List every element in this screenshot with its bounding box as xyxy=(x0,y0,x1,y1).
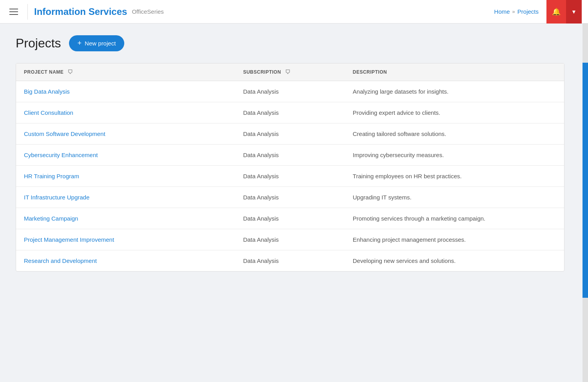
project-subscription: Data Analysis xyxy=(235,250,345,272)
project-name-link[interactable]: Client Consultation xyxy=(24,109,73,116)
project-subscription: Data Analysis xyxy=(235,166,345,187)
project-description: Upgrading IT systems. xyxy=(345,187,564,208)
table-row: Project Management ImprovementData Analy… xyxy=(16,229,564,250)
projects-table-container: PROJECT NAME ⛉ SUBSCRIPTION ⛉ DESCRIPTIO… xyxy=(16,63,564,272)
project-subscription: Data Analysis xyxy=(235,208,345,229)
main-content: Projects + New project PROJECT NAME ⛉ xyxy=(0,24,588,283)
project-name-link[interactable]: Research and Development xyxy=(24,257,97,264)
table-row: Marketing CampaignData AnalysisPromoting… xyxy=(16,208,564,229)
project-description: Creating tailored software solutions. xyxy=(345,123,564,145)
project-description: Analyzing large datasets for insights. xyxy=(345,81,564,102)
header-actions: 🔔 ▼ xyxy=(546,0,582,23)
projects-table: PROJECT NAME ⛉ SUBSCRIPTION ⛉ DESCRIPTIO… xyxy=(16,63,564,271)
breadcrumb: Home » Projects xyxy=(494,8,539,15)
user-dropdown-button[interactable]: ▼ xyxy=(566,0,582,24)
project-subscription: Data Analysis xyxy=(235,229,345,250)
table-body: Big Data AnalysisData AnalysisAnalyzing … xyxy=(16,81,564,272)
page-title: Projects xyxy=(16,36,61,51)
office-series-label: OfficeSeries xyxy=(132,8,163,15)
project-subscription: Data Analysis xyxy=(235,123,345,145)
table-row: IT Infrastructure UpgradeData AnalysisUp… xyxy=(16,187,564,208)
table-row: Research and DevelopmentData AnalysisDev… xyxy=(16,250,564,272)
project-name-link[interactable]: Marketing Campaign xyxy=(24,215,78,222)
table-header: PROJECT NAME ⛉ SUBSCRIPTION ⛉ DESCRIPTIO… xyxy=(16,63,564,81)
project-description: Improving cybersecurity measures. xyxy=(345,145,564,166)
page-header: Projects + New project xyxy=(16,35,572,51)
project-description: Enhancing project management processes. xyxy=(345,229,564,250)
project-subscription: Data Analysis xyxy=(235,81,345,102)
filter-icon-name[interactable]: ⛉ xyxy=(67,69,73,75)
breadcrumb-current: Projects xyxy=(517,8,539,15)
column-header-description: DESCRIPTION xyxy=(345,63,564,81)
project-name-link[interactable]: HR Training Program xyxy=(24,173,79,179)
project-description: Developing new services and solutions. xyxy=(345,250,564,272)
table-row: Big Data AnalysisData AnalysisAnalyzing … xyxy=(16,81,564,102)
project-subscription: Data Analysis xyxy=(235,187,345,208)
chevron-down-icon: ▼ xyxy=(571,9,577,15)
table-row: Client ConsultationData AnalysisProvidin… xyxy=(16,102,564,123)
project-subscription: Data Analysis xyxy=(235,145,345,166)
header-divider xyxy=(27,4,28,20)
breadcrumb-separator: » xyxy=(512,9,515,14)
new-project-button[interactable]: + New project xyxy=(69,35,125,51)
project-description: Promoting services through a marketing c… xyxy=(345,208,564,229)
project-name-link[interactable]: IT Infrastructure Upgrade xyxy=(24,194,89,201)
project-name-link[interactable]: Project Management Improvement xyxy=(24,236,114,243)
project-description: Providing expert advice to clients. xyxy=(345,102,564,123)
project-name-link[interactable]: Custom Software Development xyxy=(24,130,105,137)
table-row: HR Training ProgramData AnalysisTraining… xyxy=(16,166,564,187)
column-header-name: PROJECT NAME ⛉ xyxy=(16,63,235,81)
scrollbar-thumb[interactable] xyxy=(583,63,588,298)
scrollbar-track[interactable] xyxy=(583,24,588,382)
filter-icon-subscription[interactable]: ⛉ xyxy=(285,69,291,75)
project-name-link[interactable]: Cybersecurity Enhancement xyxy=(24,152,98,158)
breadcrumb-home[interactable]: Home xyxy=(494,8,510,15)
app-title: Information Services xyxy=(34,6,127,17)
plus-icon: + xyxy=(78,39,82,47)
hamburger-button[interactable] xyxy=(6,5,21,18)
project-description: Training employees on HR best practices. xyxy=(345,166,564,187)
new-project-label: New project xyxy=(85,40,116,47)
project-name-link[interactable]: Big Data Analysis xyxy=(24,88,70,95)
column-header-subscription: SUBSCRIPTION ⛉ xyxy=(235,63,345,81)
bell-icon: 🔔 xyxy=(552,7,561,16)
project-subscription: Data Analysis xyxy=(235,102,345,123)
app-header: Information Services OfficeSeries Home »… xyxy=(0,0,588,24)
table-row: Custom Software DevelopmentData Analysis… xyxy=(16,123,564,145)
notification-bell-button[interactable]: 🔔 xyxy=(546,0,566,24)
table-row: Cybersecurity EnhancementData AnalysisIm… xyxy=(16,145,564,166)
